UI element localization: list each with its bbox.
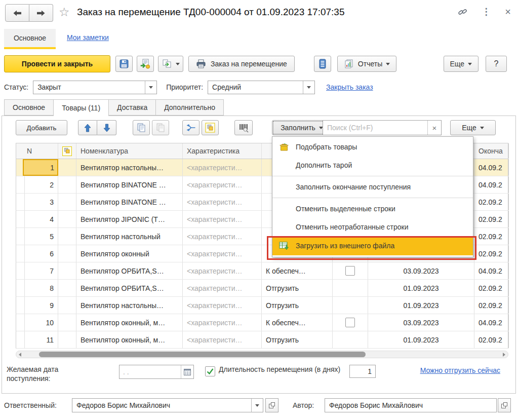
cell-characteristic[interactable]: <характеристи… <box>183 314 262 331</box>
favorite-star-icon[interactable]: ☆ <box>59 6 70 18</box>
scroll-right-icon[interactable] <box>503 353 505 357</box>
chevron-down-icon[interactable] <box>303 81 314 94</box>
split-row-button[interactable] <box>182 120 200 135</box>
close-order-link[interactable]: Закрыть заказ <box>326 83 373 91</box>
save-button[interactable] <box>115 56 133 72</box>
responsible-combo[interactable]: Федоров Борис Михайлович <box>72 398 263 412</box>
cell-date[interactable]: 01.09.2023 <box>368 331 474 348</box>
author-open-button[interactable] <box>498 398 511 412</box>
table-row[interactable]: 10Вентилятор оконный, м…<характеристи…К … <box>16 314 508 331</box>
table-more-button[interactable]: Еще <box>450 120 496 135</box>
forward-button[interactable] <box>29 4 53 22</box>
tab-osnovnoe[interactable]: Основное <box>4 99 54 116</box>
tab-main[interactable]: Основное <box>4 29 56 47</box>
col-nomenclature[interactable]: Номенклатура <box>76 143 183 159</box>
back-button[interactable] <box>5 4 29 22</box>
table-row[interactable]: 8Вентилятор ОРБИТА,S…<характеристи…Отгру… <box>16 280 508 297</box>
col-characteristic[interactable]: Характеристика <box>183 143 262 159</box>
col-cancel-flag[interactable] <box>58 143 76 159</box>
cell-end[interactable]: 02.09.2 <box>474 245 509 262</box>
cell-nomenclature[interactable]: Вентилятор ОРБИТА,S… <box>76 262 183 279</box>
reports-button[interactable]: Отчеты <box>337 56 396 72</box>
cell-checkbox[interactable] <box>333 314 368 331</box>
more-vert-icon[interactable]: ⋮ <box>482 7 491 16</box>
cell-nomenclature[interactable]: Вентилятор настольны… <box>76 297 183 314</box>
cancel-row-button[interactable] <box>202 120 219 135</box>
cell-characteristic[interactable]: <характеристи… <box>183 262 262 279</box>
desired-date-input[interactable] <box>119 365 181 378</box>
cell-nomenclature[interactable]: Вентилятор оконный <box>76 245 183 262</box>
search-input[interactable] <box>323 121 427 135</box>
cell-end[interactable]: 02.09.2 <box>474 280 509 296</box>
calendar-icon[interactable] <box>181 365 193 378</box>
row-checkbox[interactable] <box>345 266 355 276</box>
cell-cancel-flag[interactable] <box>58 297 76 314</box>
cell-nomenclature[interactable]: Вентилятор настольны… <box>76 159 183 176</box>
tab-my-notes[interactable]: Мои заметки <box>67 33 109 42</box>
cell-end[interactable]: 02.09.2 <box>474 194 509 210</box>
duration-input[interactable] <box>349 365 376 378</box>
cell-cancel-flag[interactable] <box>58 176 76 193</box>
col-end[interactable]: Оконча <box>474 143 509 159</box>
cell-cancel-flag[interactable] <box>58 228 76 245</box>
cell-cancel-flag[interactable] <box>58 262 76 279</box>
cell-end[interactable]: 02.09.2 <box>474 331 509 348</box>
cell-characteristic[interactable]: <характеристи… <box>183 331 262 348</box>
cell-cancel-flag[interactable] <box>58 211 76 227</box>
cell-action[interactable]: К обеспеч… <box>262 262 333 279</box>
tab-dopolnitelno[interactable]: Дополнительно <box>156 99 224 116</box>
cell-end[interactable]: 02.09.2 <box>474 211 509 227</box>
cell-cancel-flag[interactable] <box>58 159 76 176</box>
cell-nomenclature[interactable]: Вентилятор BINATONE … <box>76 194 183 210</box>
menu-item[interactable]: Отменить выделенные строки <box>272 200 473 218</box>
table-row[interactable]: 11Вентилятор оконный, м…<характеристи…От… <box>16 331 508 349</box>
print-order-button[interactable]: Заказ на перемещение <box>188 56 295 72</box>
structure-button[interactable] <box>314 56 331 72</box>
cell-n[interactable]: 8 <box>23 280 58 296</box>
col-n[interactable]: N <box>23 143 58 159</box>
link-icon[interactable] <box>458 7 467 17</box>
cell-nomenclature[interactable]: Вентилятор оконный, м… <box>76 314 183 331</box>
tab-tovary[interactable]: Товары (11) <box>54 99 109 116</box>
menu-item[interactable]: Подобрать товары <box>272 138 473 156</box>
cell-characteristic[interactable]: <характеристи… <box>183 194 262 210</box>
horizontal-scrollbar[interactable] <box>16 351 508 358</box>
cell-cancel-flag[interactable] <box>58 194 76 210</box>
chevron-down-icon[interactable] <box>145 81 156 94</box>
cell-n[interactable]: 4 <box>23 211 58 227</box>
cell-n[interactable]: 10 <box>23 314 58 331</box>
cell-characteristic[interactable]: <характеристи… <box>183 228 262 245</box>
close-icon[interactable]: × <box>505 7 511 17</box>
move-up-button[interactable] <box>78 120 97 135</box>
cell-characteristic[interactable]: <характеристи… <box>183 245 262 262</box>
menu-item[interactable]: Дополнить тарой <box>272 156 473 174</box>
ship-now-link[interactable]: Можно отгрузить сейчас <box>420 366 500 374</box>
barcode-button[interactable] <box>234 120 253 135</box>
cell-nomenclature[interactable]: Вентилятор оконный, м… <box>76 331 183 348</box>
duration-checkbox[interactable] <box>205 366 215 376</box>
history-nav[interactable] <box>5 4 53 22</box>
priority-combo[interactable]: Средний <box>208 81 315 94</box>
cell-end[interactable]: 02.09.2 <box>474 228 509 245</box>
cell-characteristic[interactable]: <характеристи… <box>183 211 262 227</box>
table-row[interactable]: 9Вентилятор настольны…<характеристи…Отгр… <box>16 297 508 314</box>
menu-item[interactable]: Загрузить из внешнего файла <box>272 236 473 255</box>
cell-action[interactable]: Отгрузить <box>262 331 333 348</box>
chevron-down-icon[interactable] <box>251 399 263 412</box>
row-checkbox[interactable] <box>345 318 355 327</box>
cell-end[interactable]: 04.09.2 <box>474 159 509 176</box>
post-document-button[interactable] <box>137 56 154 72</box>
search-clear-icon[interactable]: × <box>427 121 441 135</box>
cell-characteristic[interactable]: <характеристи… <box>183 297 262 314</box>
cell-date[interactable]: 03.09.2023 <box>368 314 474 331</box>
help-button[interactable]: ? <box>486 56 507 72</box>
cell-nomenclature[interactable]: Вентилятор настольный <box>76 228 183 245</box>
scroll-left-icon[interactable] <box>19 353 21 357</box>
cell-checkbox[interactable] <box>333 280 368 296</box>
cell-n[interactable]: 11 <box>23 331 58 348</box>
cell-cancel-flag[interactable] <box>58 314 76 331</box>
cell-n[interactable]: 6 <box>23 245 58 262</box>
tab-dostavka[interactable]: Доставка <box>109 99 156 116</box>
menu-item[interactable]: Отменить неотработанные строки <box>272 218 473 236</box>
cell-checkbox[interactable] <box>333 297 368 314</box>
